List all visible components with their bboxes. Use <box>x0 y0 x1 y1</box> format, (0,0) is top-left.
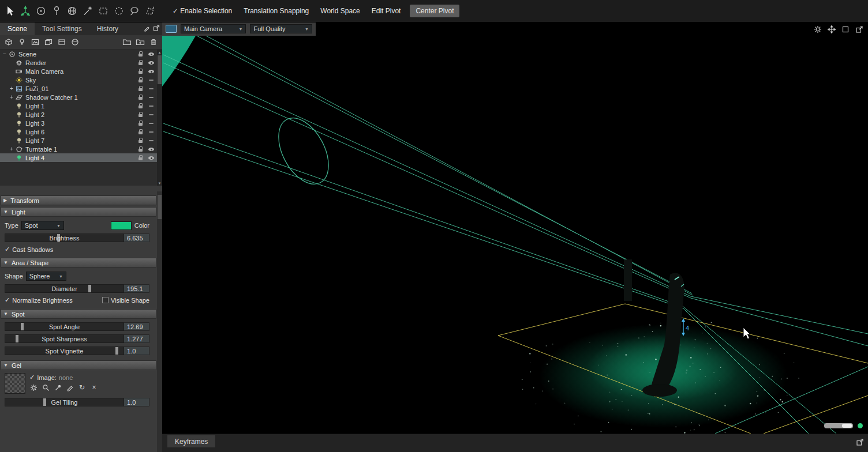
gel-settings-icon[interactable] <box>29 383 38 391</box>
section-header-light[interactable]: ▼ Light <box>1 207 156 217</box>
add-folder-icon[interactable] <box>134 37 146 47</box>
edit-panel-icon[interactable] <box>144 25 151 32</box>
tree-row-light-7[interactable]: Light 7 <box>0 136 162 145</box>
visibility-icon[interactable] <box>148 129 155 135</box>
center-pivot-button[interactable]: Center Pivot <box>410 5 459 17</box>
marquee-select-tool-icon[interactable] <box>95 3 111 18</box>
lock-icon[interactable] <box>138 77 143 83</box>
tree-row-sky[interactable]: Sky <box>0 76 162 84</box>
scrollbar-thumb[interactable] <box>158 195 162 219</box>
camera-dropdown[interactable]: Main Camera ▼ <box>181 24 246 33</box>
shape-dropdown[interactable]: Sphere ▼ <box>26 272 66 281</box>
add-group-icon[interactable] <box>56 37 68 47</box>
duplicate-icon[interactable] <box>43 37 54 47</box>
visibility-icon[interactable] <box>148 51 155 57</box>
lock-icon[interactable] <box>138 137 143 144</box>
spot-vignette-slider[interactable]: Spot Vignette <box>5 346 124 355</box>
gel-zoom-icon[interactable] <box>42 383 50 391</box>
light-color-swatch[interactable] <box>111 221 132 230</box>
lock-icon[interactable] <box>138 59 143 66</box>
tab-scene[interactable]: Scene <box>0 22 35 35</box>
circle-select-tool-icon[interactable] <box>111 3 126 18</box>
lock-icon[interactable] <box>138 120 143 126</box>
spot-angle-value[interactable]: 12.69 <box>124 322 149 331</box>
gel-eyedropper-icon[interactable] <box>54 383 62 391</box>
pivot-tool-icon[interactable] <box>48 3 64 18</box>
spot-angle-slider[interactable]: Spot Angle <box>5 322 124 331</box>
visible-shape-checkbox[interactable]: Visible Shape <box>111 297 149 304</box>
visibility-icon[interactable] <box>148 68 155 74</box>
add-model-icon[interactable] <box>3 37 14 47</box>
spot-sharpness-slider[interactable]: Spot Sharpness <box>5 334 124 343</box>
lock-icon[interactable] <box>138 51 143 57</box>
lock-icon[interactable] <box>138 68 143 74</box>
spot-sharpness-value[interactable]: 1.277 <box>124 334 149 343</box>
tree-row-light-1[interactable]: Light 1 <box>0 101 162 110</box>
section-header-area-shape[interactable]: ▼ Area / Shape <box>1 258 156 268</box>
lasso-select-tool-icon[interactable] <box>126 3 142 18</box>
tab-history[interactable]: History <box>89 22 126 35</box>
tree-row-light-6[interactable]: Light 6 <box>0 127 162 136</box>
polygon-select-tool-icon[interactable] <box>142 3 158 18</box>
visibility-icon[interactable] <box>148 120 155 126</box>
gel-image-thumbnail[interactable] <box>5 373 25 394</box>
gel-tiling-value[interactable]: 1.0 <box>124 398 149 406</box>
spot-vignette-value[interactable]: 1.0 <box>124 346 149 355</box>
add-image-icon[interactable] <box>29 37 41 47</box>
folder-icon[interactable] <box>121 37 133 47</box>
normalize-brightness-checkbox[interactable]: Normalize Brightness <box>12 297 73 304</box>
world-space-button[interactable]: World Space <box>320 7 360 15</box>
lock-icon[interactable] <box>138 85 143 92</box>
lock-icon[interactable] <box>138 94 143 100</box>
tree-row-main-camera[interactable]: Main Camera <box>0 67 162 76</box>
viewport-maximize-icon[interactable] <box>841 25 850 33</box>
scrollbar-thumb[interactable] <box>158 55 162 84</box>
lock-icon[interactable] <box>138 129 143 135</box>
rotate-tool-icon[interactable] <box>33 3 48 18</box>
viewport-zoom-slider[interactable] <box>824 423 853 428</box>
delete-icon[interactable] <box>148 37 159 47</box>
add-light-icon[interactable] <box>16 37 28 47</box>
popout-panel-icon[interactable] <box>153 25 160 32</box>
visibility-icon[interactable] <box>148 111 155 118</box>
checkbox-unchecked-icon[interactable] <box>102 297 108 303</box>
timeline-popout-icon[interactable] <box>856 438 864 446</box>
brightness-slider[interactable]: Brightness <box>5 233 124 242</box>
tree-expander[interactable]: + <box>10 86 16 92</box>
light-type-dropdown[interactable]: Spot ▼ <box>21 221 64 230</box>
pick-tool-icon[interactable] <box>80 3 95 18</box>
tree-row-light-2[interactable]: Light 2 <box>0 110 162 119</box>
diameter-slider[interactable]: Diameter <box>5 284 124 293</box>
viewport-canvas[interactable]: 4 <box>162 22 868 434</box>
tree-row-light-3[interactable]: Light 3 <box>0 119 162 127</box>
section-header-spot[interactable]: ▼ Spot <box>1 309 156 319</box>
viewport-popout-icon[interactable] <box>855 25 863 33</box>
visibility-icon[interactable] <box>148 146 155 152</box>
visibility-icon[interactable] <box>148 137 155 144</box>
select-tool-icon[interactable] <box>2 3 17 18</box>
viewport-settings-icon[interactable] <box>813 25 822 33</box>
visibility-icon[interactable] <box>148 59 155 66</box>
tree-row-turntable[interactable]: + Turntable 1 <box>0 145 162 153</box>
gel-tiling-slider[interactable]: Gel Tiling <box>5 398 124 406</box>
tree-row-scene[interactable]: − Scene <box>0 50 162 58</box>
viewport[interactable]: Main Camera ▼ Full Quality ▼ <box>162 22 868 434</box>
lock-icon[interactable] <box>138 146 143 152</box>
tree-row-light-4-selected[interactable]: Light 4 <box>0 153 162 162</box>
visibility-icon[interactable] <box>148 155 155 161</box>
tab-tool-settings[interactable]: Tool Settings <box>35 22 89 35</box>
visibility-icon[interactable] <box>148 103 155 109</box>
quality-dropdown[interactable]: Full Quality ▼ <box>250 24 312 33</box>
scroll-up-icon[interactable]: ▲ <box>157 50 162 55</box>
world-axis-tool-icon[interactable] <box>64 3 80 18</box>
active-camera-icon[interactable] <box>166 25 177 33</box>
section-header-transform[interactable]: ▶ Transform <box>1 195 156 205</box>
visibility-icon[interactable] <box>148 77 155 83</box>
move-tool-icon[interactable] <box>17 3 33 18</box>
tab-keyframes[interactable]: Keyframes <box>167 435 215 447</box>
visibility-icon[interactable] <box>148 94 155 100</box>
scroll-down-icon[interactable]: ▼ <box>157 180 162 186</box>
tree-expander[interactable]: + <box>10 146 16 152</box>
translation-snapping-button[interactable]: Translation Snapping <box>244 7 309 15</box>
brightness-value[interactable]: 6.635 <box>124 233 149 242</box>
